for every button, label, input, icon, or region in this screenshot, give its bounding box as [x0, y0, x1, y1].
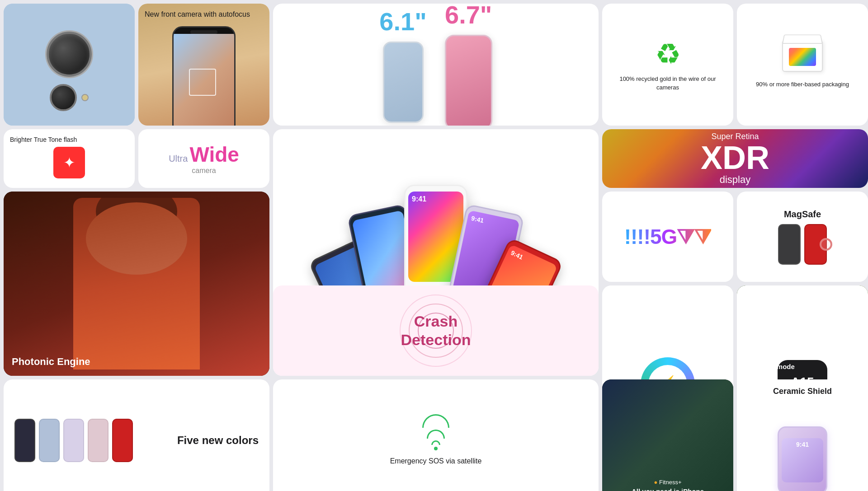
photonic-label: Photonic Engine — [12, 356, 90, 368]
color-phones-group — [14, 419, 133, 462]
flash-card: Brighter True Tone flash ✦ — [4, 129, 135, 188]
person-silhouette — [4, 192, 269, 376]
wide-text: Wide — [189, 142, 239, 167]
ceramic-phone-visual: 9:41 — [778, 426, 827, 491]
size-67-label: 6.7" — [445, 4, 492, 29]
size-61-label: 6.1" — [379, 7, 426, 36]
flash-title: Brighter True Tone flash — [10, 136, 77, 144]
ultrawide-card: Ultra Wide camera — [138, 129, 269, 188]
fiber-card: 90% or more fiber-based packaging — [737, 4, 868, 126]
recycled-text: 100% recycled gold in the wire of our ca… — [609, 75, 727, 92]
ultra-text: Ultra — [169, 154, 188, 164]
size-card: 6.1" 6.7" — [273, 4, 599, 126]
recycle-icon: ♻ — [655, 37, 681, 71]
five-colors-text: Five new colors — [177, 433, 259, 447]
camera-sub-text: camera — [192, 167, 216, 175]
xdr-main: XDR — [701, 141, 769, 174]
recycled-card: ♻ 100% recycled gold in the wire of our … — [602, 4, 733, 126]
signal-icon — [422, 414, 449, 450]
fitness-text: All you need is iPhone — [632, 487, 704, 491]
fiveg-text: !!!!5G⧩⧩ — [624, 224, 712, 249]
camera-main-card: New 12MP Main camera — [4, 4, 135, 126]
front-camera-card: New front camera with autofocus — [138, 4, 269, 126]
crash-text: Crash Detection — [401, 312, 471, 349]
cinematic-label: Cinematic mode — [742, 363, 795, 370]
front-camera-title: New front camera with autofocus — [145, 10, 263, 19]
magsafe-phones — [778, 224, 827, 265]
package-icon — [782, 40, 823, 72]
magsafe-label: MagSafe — [784, 209, 821, 220]
flash-icon: ✦ — [53, 147, 85, 178]
fiveg-card: !!!!5G⧩⧩ — [602, 192, 733, 282]
sos-card: Emergency SOS via satellite — [273, 379, 599, 491]
five-colors-card: Five new colors — [4, 379, 269, 491]
xdr-card: Super Retina XDR display — [602, 129, 868, 188]
sos-text: Emergency SOS via satellite — [390, 456, 482, 467]
fitness-logo: ● Fitness+ — [654, 479, 682, 486]
ceramic-title: Ceramic Shield — [773, 387, 832, 396]
fitness-card: ● Fitness+ All you need is iPhone — [602, 379, 733, 491]
xdr-sub: display — [720, 174, 750, 186]
ceramic-card: Ceramic Shield 9:41 — [737, 379, 868, 491]
crash-card: Crash Detection — [273, 285, 599, 376]
magsafe-card: MagSafe — [737, 192, 868, 282]
photonic-card: Photonic Engine — [4, 192, 269, 376]
fitness-bg — [602, 379, 733, 491]
fiber-text: 90% or more fiber-based packaging — [752, 80, 853, 89]
ceramic-time: 9:41 — [796, 441, 809, 448]
